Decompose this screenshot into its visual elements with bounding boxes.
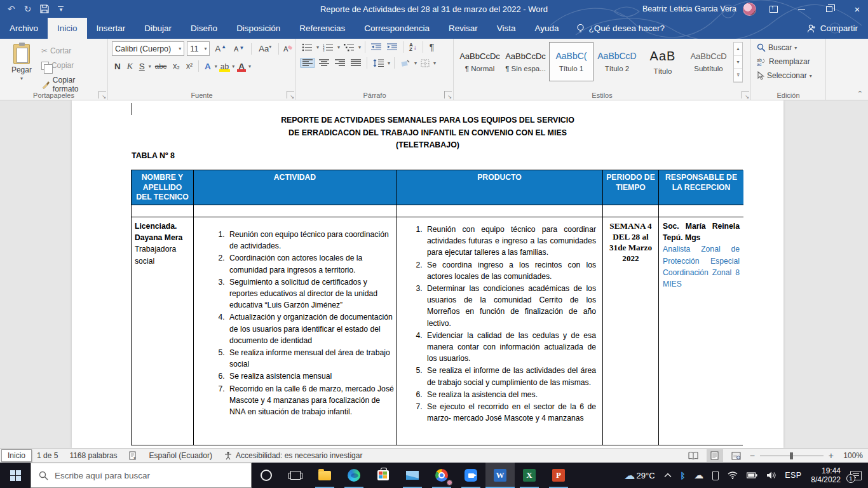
clear-formatting-icon[interactable]: A [283,44,293,54]
paragraph-dialog-launcher[interactable] [444,91,452,98]
paste-button[interactable]: Pegar ▾ [4,41,39,90]
styles-gallery-scrollbar[interactable]: ▲ ▼ ⊽ [733,42,743,83]
proofing-status[interactable]: x Español (Ecuador) [129,451,212,460]
bluetooth-tray-button[interactable]: ᛒ [676,463,690,488]
increase-indent-button[interactable] [385,43,399,51]
change-case-button[interactable]: Aa▾ [256,43,274,54]
cut-button[interactable]: ✂ Cortar [39,45,105,57]
document-page[interactable]: REPORTE DE ACTVIDADES SEMANALES PARA LOS… [72,100,783,448]
tab-disposicion[interactable]: Disposición [227,18,290,39]
justify-button[interactable] [349,58,363,67]
highlight-button[interactable]: ab [219,62,231,71]
word-taskbar-button[interactable]: W [485,463,515,488]
strikethrough-button[interactable]: abc [153,62,170,70]
language-indicator[interactable]: ESP [780,463,806,488]
style-subtitulo[interactable]: AaBbCcD Subtítulo [686,42,731,81]
weather-widget[interactable]: ☁ 29°C [620,463,660,488]
restore-button[interactable] [818,0,840,18]
edge-button[interactable] [339,463,369,488]
your-phone-tray-button[interactable] [708,463,723,488]
customize-qat-icon[interactable]: ▾ [58,6,64,11]
tab-dibujar[interactable]: Dibujar [135,18,181,39]
grow-font-button[interactable]: A▲ [212,43,229,54]
line-spacing-button[interactable] [371,58,386,68]
ribbon-display-options-button[interactable] [763,0,784,18]
read-mode-button[interactable] [685,449,702,462]
activities-table[interactable]: NOMBRE Y APELLIDO DEL TECNICO ACTIVIDAD … [131,170,743,445]
web-layout-button[interactable] [728,449,745,462]
find-button[interactable]: Buscar ▾ [755,42,823,53]
styles-scroll-down-icon[interactable]: ▼ [734,56,742,69]
onedrive-tray-button[interactable]: ☁ [689,463,708,488]
zoom-in-button[interactable]: + [829,451,834,461]
battery-tray-button[interactable] [742,463,762,488]
bold-button[interactable]: N [112,62,123,71]
mail-button[interactable] [398,463,427,488]
styles-gallery-more-icon[interactable]: ⊽ [734,69,742,82]
multilevel-list-button[interactable] [342,43,356,52]
borders-button[interactable] [419,58,431,68]
numbering-button[interactable]: 123 [321,43,336,52]
user-avatar[interactable] [743,3,756,16]
zoom-percentage[interactable]: 100% [839,451,863,460]
powerpoint-taskbar-button[interactable]: P [544,463,573,488]
styles-dialog-launcher[interactable] [742,91,749,98]
accessibility-status[interactable]: Accesibilidad: es necesario investigar [224,451,362,460]
bullets-button[interactable] [300,43,315,52]
tab-referencias[interactable]: Referencias [290,18,355,39]
wifi-tray-button[interactable] [723,463,742,488]
zoom-app-button[interactable] [456,463,485,488]
microsoft-store-button[interactable] [369,463,398,488]
shrink-font-button[interactable]: A▼ [231,44,247,53]
replace-button[interactable]: abac Reemplazar [755,56,823,67]
chrome-button[interactable] [427,463,456,488]
tab-ayuda[interactable]: Ayuda [526,18,569,39]
redo-icon[interactable]: ↻ [24,4,32,14]
save-icon[interactable] [40,4,49,13]
font-size-select[interactable]: 11 ▾ [187,41,210,56]
start-button[interactable] [0,463,31,488]
copy-button[interactable]: Copiar [39,60,105,71]
tab-diseno[interactable]: Diseño [181,18,227,39]
cortana-button[interactable] [252,463,281,488]
task-view-button[interactable] [281,463,310,488]
select-button[interactable]: Seleccionar ▾ [755,70,823,81]
superscript-button[interactable]: x² [184,62,195,71]
style-normal[interactable]: AaBbCcDc ¶ Normal [458,42,502,81]
tab-insertar[interactable]: Insertar [87,18,135,39]
account-user-name[interactable]: Beatriz Leticia Garcia Vera [642,4,736,13]
tray-overflow-button[interactable] [660,463,676,488]
subscript-button[interactable]: x₂ [170,62,182,71]
align-left-button[interactable] [300,58,315,68]
shading-button[interactable] [398,58,412,68]
show-paragraph-marks-button[interactable]: ¶ [427,42,437,52]
taskbar-search-input[interactable]: Escribe aquí para buscar [31,463,252,488]
font-dialog-launcher[interactable] [287,91,294,98]
decrease-indent-button[interactable] [369,43,383,51]
excel-taskbar-button[interactable]: X [515,463,544,488]
tab-correspondencia[interactable]: Correspondencia [355,18,439,39]
align-center-button[interactable] [317,58,331,67]
style-titulo[interactable]: AaB Título [641,42,685,81]
tab-revisar[interactable]: Revisar [439,18,487,39]
zoom-slider-thumb[interactable] [790,452,793,459]
word-count[interactable]: 1168 palabras [69,451,117,460]
tab-vista[interactable]: Vista [487,18,526,39]
file-explorer-button[interactable] [310,463,339,488]
page-indicator[interactable]: 1 de 5 [37,451,58,460]
styles-scroll-up-icon[interactable]: ▲ [734,43,742,56]
close-button[interactable]: × [846,0,868,18]
taskbar-clock[interactable]: 19:44 8/4/2022 [806,466,846,484]
tell-me-box[interactable]: ¿Qué desea hacer? [569,18,672,39]
font-family-select[interactable]: Calibri (Cuerpo) ▾ [112,41,184,56]
minimize-button[interactable] [790,0,812,18]
text-effects-button[interactable]: A [202,62,214,71]
share-button[interactable]: Compartir [807,18,868,39]
underline-caret-icon[interactable]: ▾ [149,64,151,69]
action-center-button[interactable]: 1 [846,463,868,488]
clipboard-dialog-launcher[interactable] [98,91,106,98]
italic-button[interactable]: K [125,61,135,71]
volume-tray-button[interactable] [762,463,780,488]
print-layout-button[interactable] [707,449,723,462]
undo-icon[interactable]: ↶ [8,4,15,14]
